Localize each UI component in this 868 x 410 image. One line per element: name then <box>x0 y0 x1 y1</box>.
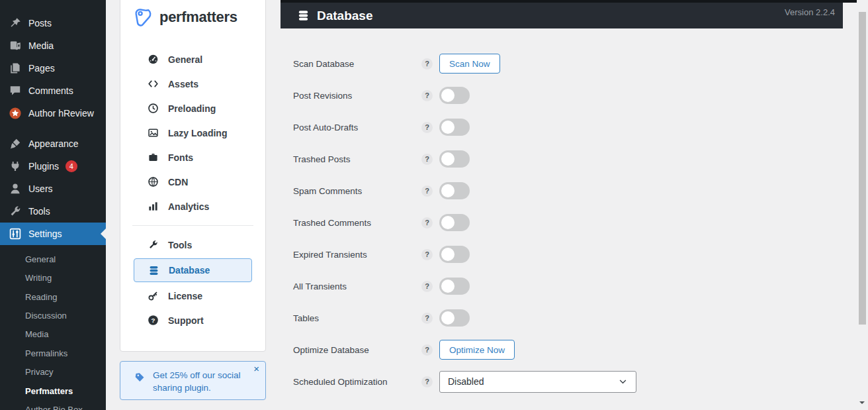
submenu-item-privacy[interactable]: Privacy <box>0 363 106 382</box>
promo-close-icon[interactable]: × <box>253 364 259 374</box>
scan-now-button[interactable]: Scan Now <box>439 54 500 74</box>
sidebar-item-pages[interactable]: Pages <box>0 57 106 79</box>
menu-separator <box>0 125 106 132</box>
help-icon[interactable]: ? <box>421 344 433 356</box>
nav-item-label: Lazy Loading <box>168 128 227 138</box>
help-icon[interactable]: ? <box>421 58 433 70</box>
brand-name: perfmatters <box>159 9 238 26</box>
sidebar-item-label: Media <box>28 40 54 51</box>
nav-item-database[interactable]: Database <box>134 258 252 282</box>
nav-item-support[interactable]: ?Support <box>120 308 265 333</box>
sidebar-item-label: Users <box>28 183 53 194</box>
brush-icon <box>9 137 22 150</box>
setting-label: Scan Database <box>293 59 421 69</box>
vertical-scrollbar[interactable] <box>857 0 868 410</box>
sidebar-item-users[interactable]: Users <box>0 178 106 200</box>
setting-label: All Transients <box>293 282 421 291</box>
settings-rows: Scan Database?Scan NowPost Revisions?Pos… <box>281 28 843 397</box>
wp-admin-sidebar: PostsMediaPagesCommentsAuthor hReviewApp… <box>0 0 106 410</box>
nav-item-label: Database <box>169 265 210 276</box>
sidebar-item-settings[interactable]: Settings <box>0 223 106 245</box>
perfmatters-nav: GeneralAssetsPreloadingLazy LoadingFonts… <box>120 47 265 333</box>
scheduled-optimization-select[interactable]: Disabled <box>439 371 636 393</box>
setting-label: Scheduled Optimization <box>293 377 421 387</box>
nav-item-label: Analytics <box>168 201 209 212</box>
globe-icon <box>148 176 159 187</box>
settings-submenu: GeneralWritingReadingDiscussionMediaPerm… <box>0 245 106 410</box>
sidebar-item-tools[interactable]: Tools <box>0 200 106 223</box>
submenu-item-author-bio-box[interactable]: Author Bio Box <box>0 401 106 410</box>
setting-row-scheduled-optimization: Scheduled Optimization?Disabled <box>281 366 843 397</box>
submenu-item-media[interactable]: Media <box>0 326 106 344</box>
help-icon[interactable]: ? <box>421 313 433 324</box>
submenu-item-general[interactable]: General <box>0 250 106 269</box>
scrollbar-down-arrow-icon[interactable] <box>859 401 865 407</box>
trashed-posts-toggle[interactable] <box>439 150 470 168</box>
sidebar-item-media[interactable]: Media <box>0 34 106 57</box>
post-revisions-toggle[interactable] <box>439 87 470 104</box>
expired-transients-toggle[interactable] <box>439 246 470 263</box>
promo-text: Get 25% off our social sharing plugin. <box>153 370 253 395</box>
media-icon <box>9 39 22 52</box>
sidebar-item-label: Pages <box>28 63 55 74</box>
nav-item-general[interactable]: General <box>120 47 265 72</box>
optimize-now-button[interactable]: Optimize Now <box>439 340 515 360</box>
update-count-badge: 4 <box>65 160 77 172</box>
help-icon[interactable]: ? <box>421 154 433 165</box>
sidebar-item-appearance[interactable]: Appearance <box>0 132 106 155</box>
perfmatters-logo-icon <box>133 7 154 28</box>
submenu-item-discussion[interactable]: Discussion <box>0 307 106 325</box>
setting-row-trashed-comments: Trashed Comments? <box>281 207 843 238</box>
nav-item-assets[interactable]: Assets <box>120 72 265 96</box>
sidebar-item-label: Plugins <box>28 161 59 172</box>
spam-comments-toggle[interactable] <box>439 182 470 199</box>
all-transients-toggle[interactable] <box>439 278 470 295</box>
submenu-item-permalinks[interactable]: Permalinks <box>0 344 106 363</box>
post-auto-drafts-toggle[interactable] <box>439 119 470 136</box>
code-icon <box>148 78 159 89</box>
help-icon[interactable]: ? <box>421 217 433 229</box>
nav-item-tools[interactable]: Tools <box>120 232 265 257</box>
sidebar-item-author-hreview[interactable]: Author hReview <box>0 102 106 125</box>
wrench-icon <box>148 239 159 250</box>
submenu-item-writing[interactable]: Writing <box>0 269 106 287</box>
sidebar-item-label: Posts <box>28 18 52 28</box>
pin-icon <box>9 17 22 30</box>
nav-item-license[interactable]: License <box>120 283 265 308</box>
nav-item-analytics[interactable]: Analytics <box>120 194 265 219</box>
setting-label: Post Auto-Drafts <box>293 123 421 132</box>
submenu-item-reading[interactable]: Reading <box>0 288 106 307</box>
promo-box: Get 25% off our social sharing plugin. × <box>120 361 266 400</box>
tables-toggle[interactable] <box>439 309 470 327</box>
nav-item-lazy-loading[interactable]: Lazy Loading <box>120 121 265 145</box>
help-icon[interactable]: ? <box>421 90 433 101</box>
nav-item-preloading[interactable]: Preloading <box>120 96 265 121</box>
nav-item-fonts[interactable]: Fonts <box>120 145 265 170</box>
setting-label: Post Revisions <box>293 91 421 101</box>
toggle-knob <box>441 311 455 325</box>
sidebar-item-plugins[interactable]: Plugins4 <box>0 155 106 178</box>
help-icon[interactable]: ? <box>421 281 433 292</box>
help-icon[interactable]: ? <box>421 185 433 197</box>
scrollbar-thumb[interactable] <box>859 12 866 325</box>
sidebar-item-comments[interactable]: Comments <box>0 79 106 102</box>
help-icon[interactable]: ? <box>421 122 433 133</box>
setting-label: Expired Transients <box>293 250 421 260</box>
help-icon[interactable]: ? <box>421 376 433 387</box>
sidebar-item-posts[interactable]: Posts <box>0 12 106 34</box>
version-label: Version 2.2.4 <box>785 7 835 17</box>
sidebar-item-label: Author hReview <box>28 108 94 119</box>
setting-label: Tables <box>293 313 421 323</box>
trashed-comments-toggle[interactable] <box>439 214 470 231</box>
setting-row-post-auto-drafts: Post Auto-Drafts? <box>281 111 843 143</box>
help-icon[interactable]: ? <box>421 249 433 260</box>
toggle-knob <box>441 121 455 134</box>
toggle-knob <box>441 184 455 197</box>
nav-item-cdn[interactable]: CDN <box>120 170 265 194</box>
setting-row-scan-database: Scan Database?Scan Now <box>281 48 843 79</box>
user-icon <box>9 182 22 195</box>
svg-text:?: ? <box>152 317 155 324</box>
setting-row-trashed-posts: Trashed Posts? <box>281 143 843 175</box>
submenu-item-perfmatters[interactable]: Perfmatters <box>0 382 106 401</box>
toggle-knob <box>441 216 455 229</box>
